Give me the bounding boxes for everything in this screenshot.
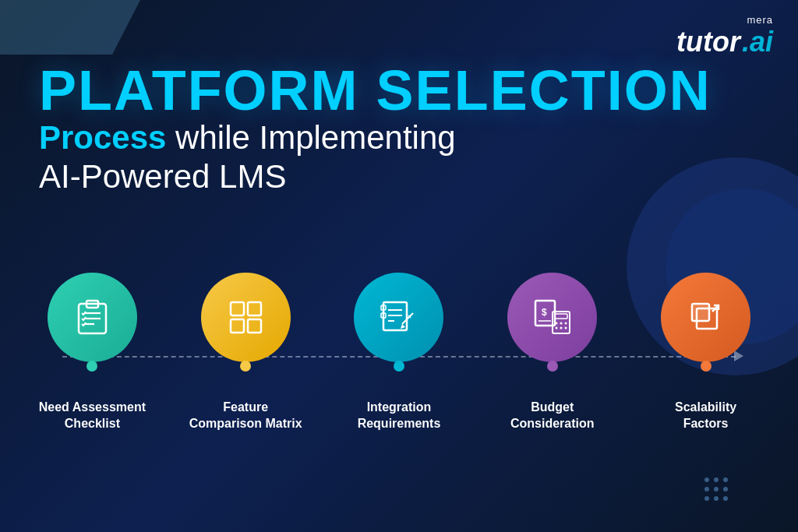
logo: mera tutor .ai [676, 14, 773, 58]
step-circle-3 [354, 273, 443, 362]
svg-point-30 [565, 327, 567, 329]
steps-section: Need AssessmentChecklist FeatureComparis… [16, 273, 782, 432]
step-label-4: BudgetConsideration [510, 400, 595, 432]
logo-ai-text: .ai [742, 26, 773, 58]
svg-text:$: $ [542, 307, 547, 318]
logo-mera: mera [747, 14, 773, 26]
step-label-1: Need AssessmentChecklist [39, 400, 146, 432]
step-label-5: ScalabilityFactors [675, 400, 736, 432]
grid-icon [224, 296, 267, 339]
step-dot-4 [547, 361, 558, 372]
step-dot-3 [394, 361, 404, 372]
logo-tutor-text: tutor [676, 26, 740, 58]
svg-point-26 [560, 322, 563, 325]
step-integration: IntegrationRequirements [333, 273, 465, 432]
step-feature-comparison: FeatureComparison Matrix [179, 273, 312, 432]
step-circle-5 [661, 273, 750, 362]
svg-rect-10 [248, 319, 261, 333]
step-dot-1 [87, 361, 97, 372]
svg-rect-7 [231, 302, 244, 315]
integration-icon [377, 296, 420, 339]
step-label-2: FeatureComparison Matrix [189, 400, 302, 432]
svg-point-28 [556, 327, 558, 329]
svg-rect-9 [231, 319, 244, 333]
title-process: Process [39, 119, 166, 156]
step-circle-2 [201, 273, 291, 362]
step-dot-5 [701, 361, 711, 372]
title-line3: AI-Powered LMS [39, 157, 759, 196]
step-budget: $ BudgetConsideration [486, 273, 619, 432]
title-rest: while Implementing [166, 119, 455, 156]
budget-icon: $ [531, 296, 574, 339]
title-line1: PLATFORM SELECTION [39, 62, 759, 118]
main-container: mera tutor .ai PLATFORM SELECTION Proces… [0, 0, 798, 532]
top-left-decoration [0, 0, 140, 55]
svg-rect-24 [555, 314, 567, 319]
step-circle-4: $ [507, 273, 597, 362]
step-need-assessment: Need AssessmentChecklist [26, 273, 158, 432]
title-section: PLATFORM SELECTION Process while Impleme… [39, 62, 759, 197]
svg-point-29 [560, 327, 563, 329]
logo-main: tutor .ai [676, 26, 773, 58]
main-content: PLATFORM SELECTION Process while Impleme… [39, 62, 759, 220]
scalability-icon [684, 296, 727, 339]
svg-point-27 [565, 322, 567, 325]
svg-rect-8 [248, 302, 261, 315]
svg-marker-18 [401, 324, 405, 329]
title-line2: Process while Implementing [39, 118, 759, 157]
svg-point-25 [556, 322, 558, 325]
decorative-dots [704, 477, 728, 501]
step-circle-1 [48, 273, 137, 362]
step-label-3: IntegrationRequirements [358, 400, 441, 432]
step-dot-2 [240, 361, 251, 372]
step-scalability: ScalabilityFactors [640, 273, 772, 432]
clipboard-icon [71, 296, 114, 339]
svg-rect-32 [692, 304, 709, 321]
